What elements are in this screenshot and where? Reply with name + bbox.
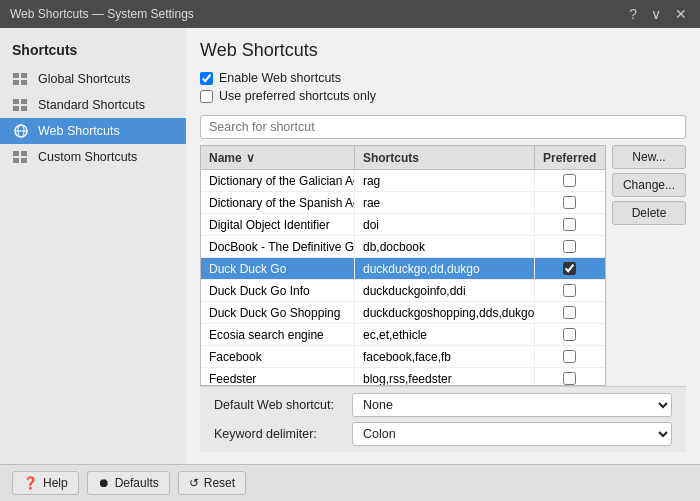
main-layout: Shortcuts Global Shortcuts	[0, 28, 700, 464]
cell-shortcuts: duckduckgoinfo,ddi	[355, 280, 535, 301]
svg-rect-5	[21, 99, 27, 104]
cell-name: Duck Duck Go	[201, 258, 355, 279]
cell-preferred	[535, 346, 605, 367]
table-row[interactable]: Dictionary of the Galician Aca...rag	[201, 170, 605, 192]
cell-name: DocBook - The Definitive Guide	[201, 236, 355, 257]
sidebar-header: Shortcuts	[0, 36, 186, 66]
web-icon	[12, 124, 30, 138]
cell-preferred	[535, 368, 605, 385]
search-input[interactable]	[200, 115, 686, 139]
grid-icon-custom	[12, 150, 30, 164]
cell-shortcuts: duckduckgoshopping,dds,dukgoshop	[355, 302, 535, 323]
help-icon[interactable]: ?	[626, 6, 640, 22]
sort-icon: ∨	[246, 151, 255, 165]
cell-shortcuts: ec,et,ethicle	[355, 324, 535, 345]
svg-rect-2	[13, 80, 19, 85]
preferred-checkbox-cell[interactable]	[563, 240, 576, 253]
reset-icon: ↺	[189, 476, 199, 490]
preferred-checkbox-cell[interactable]	[563, 328, 576, 341]
table-row[interactable]: Digital Object Identifierdoi	[201, 214, 605, 236]
default-label: Default Web shortcut:	[214, 398, 344, 412]
reset-button[interactable]: ↺ Reset	[178, 471, 246, 495]
preferred-checkbox[interactable]	[200, 90, 213, 103]
defaults-button[interactable]: ⏺ Defaults	[87, 471, 170, 495]
titlebar-title: Web Shortcuts — System Settings	[10, 7, 194, 21]
svg-rect-6	[13, 106, 19, 111]
cell-preferred	[535, 324, 605, 345]
sidebar-item-global[interactable]: Global Shortcuts	[0, 66, 186, 92]
grid-icon	[12, 72, 30, 86]
titlebar: Web Shortcuts — System Settings ? ∨ ✕	[0, 0, 700, 28]
grid-icon-standard	[12, 98, 30, 112]
preferred-checkbox-cell[interactable]	[563, 218, 576, 231]
keyword-select[interactable]: Colon	[352, 422, 672, 446]
sidebar: Shortcuts Global Shortcuts	[0, 28, 186, 464]
table-row[interactable]: Facebookfacebook,face,fb	[201, 346, 605, 368]
cell-name: Duck Duck Go Info	[201, 280, 355, 301]
enable-label: Enable Web shortcuts	[219, 71, 341, 85]
table-row[interactable]: Ecosia search engineec,et,ethicle	[201, 324, 605, 346]
minimize-icon[interactable]: ∨	[648, 6, 664, 22]
default-select[interactable]: None	[352, 393, 672, 417]
svg-rect-13	[13, 158, 19, 163]
enable-checkbox[interactable]	[200, 72, 213, 85]
change-button[interactable]: Change...	[612, 173, 686, 197]
table-row[interactable]: DocBook - The Definitive Guidedb,docbook	[201, 236, 605, 258]
svg-rect-0	[13, 73, 19, 78]
sidebar-item-web-label: Web Shortcuts	[38, 124, 120, 138]
titlebar-controls: ? ∨ ✕	[626, 6, 690, 22]
table-row[interactable]: Duck Duck Go Infoduckduckgoinfo,ddi	[201, 280, 605, 302]
col-shortcuts: Shortcuts	[355, 146, 535, 169]
cell-preferred	[535, 280, 605, 301]
preferred-checkbox-cell[interactable]	[563, 306, 576, 319]
cell-name: Facebook	[201, 346, 355, 367]
table-row[interactable]: Duck Duck Goduckduckgo,dd,dukgo	[201, 258, 605, 280]
bottom-bar: Default Web shortcut: None Keyword delim…	[200, 386, 686, 452]
svg-rect-7	[21, 106, 27, 111]
delete-button[interactable]: Delete	[612, 201, 686, 225]
cell-name: Dictionary of the Spanish Aca...	[201, 192, 355, 213]
sidebar-item-custom-label: Custom Shortcuts	[38, 150, 137, 164]
content-area: Web Shortcuts Enable Web shortcuts Use p…	[186, 28, 700, 464]
table-row[interactable]: Duck Duck Go Shoppingduckduckgoshopping,…	[201, 302, 605, 324]
cell-shortcuts: facebook,face,fb	[355, 346, 535, 367]
default-shortcut-row: Default Web shortcut: None	[214, 393, 672, 417]
new-button[interactable]: New...	[612, 145, 686, 169]
preferred-checkbox-cell[interactable]	[563, 262, 576, 275]
help-icon-btn: ❓	[23, 476, 38, 490]
preferred-checkbox-cell[interactable]	[563, 284, 576, 297]
table-header: Name ∨ Shortcuts Preferred	[201, 146, 605, 170]
svg-rect-12	[21, 151, 27, 156]
table-row[interactable]: Feedsterblog,rss,feedster	[201, 368, 605, 385]
preferred-checkbox-cell[interactable]	[563, 350, 576, 363]
keyword-label: Keyword delimiter:	[214, 427, 344, 441]
table-row[interactable]: Dictionary of the Spanish Aca...rae	[201, 192, 605, 214]
cell-shortcuts: blog,rss,feedster	[355, 368, 535, 385]
defaults-icon: ⏺	[98, 476, 110, 490]
svg-rect-14	[21, 158, 27, 163]
preferred-checkbox-cell[interactable]	[563, 196, 576, 209]
close-icon[interactable]: ✕	[672, 6, 690, 22]
cell-name: Digital Object Identifier	[201, 214, 355, 235]
cell-preferred	[535, 258, 605, 279]
cell-shortcuts: rae	[355, 192, 535, 213]
preferred-checkbox-cell[interactable]	[563, 372, 576, 385]
help-button[interactable]: ❓ Help	[12, 471, 79, 495]
reset-label: Reset	[204, 476, 235, 490]
svg-rect-1	[21, 73, 27, 78]
search-container	[200, 115, 686, 139]
cell-shortcuts: rag	[355, 170, 535, 191]
cell-preferred	[535, 170, 605, 191]
cell-preferred	[535, 214, 605, 235]
cell-name: Dictionary of the Galician Aca...	[201, 170, 355, 191]
cell-shortcuts: doi	[355, 214, 535, 235]
cell-name: Ecosia search engine	[201, 324, 355, 345]
preferred-checkbox-cell[interactable]	[563, 174, 576, 187]
sidebar-item-custom[interactable]: Custom Shortcuts	[0, 144, 186, 170]
cell-preferred	[535, 302, 605, 323]
sidebar-item-web[interactable]: Web Shortcuts	[0, 118, 186, 144]
cell-name: Feedster	[201, 368, 355, 385]
sidebar-item-standard-label: Standard Shortcuts	[38, 98, 145, 112]
table-area: Name ∨ Shortcuts Preferred Dictionary of…	[200, 145, 686, 386]
sidebar-item-standard[interactable]: Standard Shortcuts	[0, 92, 186, 118]
